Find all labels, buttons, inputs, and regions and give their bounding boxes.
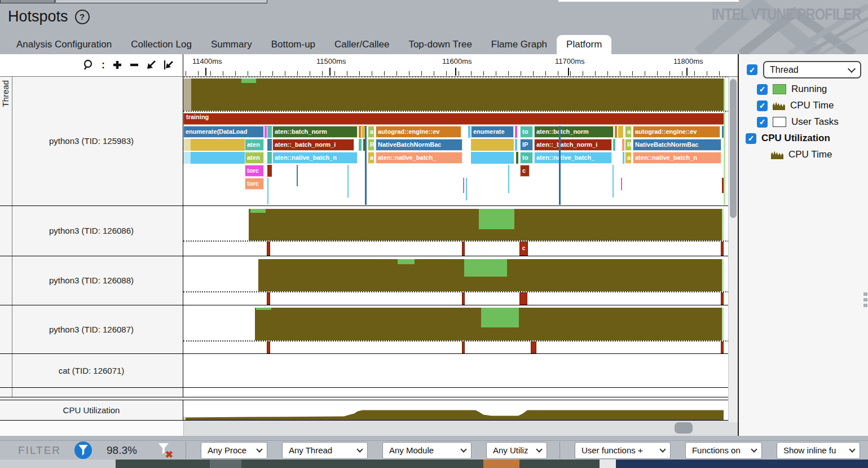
task-chip[interactable] xyxy=(471,139,514,151)
task-chip[interactable]: IP xyxy=(520,139,533,151)
thread-group-checkbox[interactable]: ✓ xyxy=(747,64,757,75)
tab-top-down-tree[interactable]: Top-down Tree xyxy=(399,35,481,54)
task-chip[interactable]: to xyxy=(520,152,533,164)
task-chip[interactable] xyxy=(516,152,518,164)
task-chip[interactable] xyxy=(468,126,470,138)
dropdown-show-inline-fu[interactable]: Show inline fu xyxy=(777,442,860,459)
tab-collection-log[interactable]: Collection Log xyxy=(121,35,201,54)
tab-analysis-configuration[interactable]: Analysis Configuration xyxy=(7,35,121,54)
task-chip[interactable]: to xyxy=(520,126,533,138)
tab-platform[interactable]: Platform xyxy=(557,35,611,54)
dropdown-functions-on[interactable]: Functions on xyxy=(685,442,762,459)
thread-126087-timeline[interactable] xyxy=(183,305,738,353)
spacer-row-timeline[interactable] xyxy=(183,388,738,397)
task-marker[interactable] xyxy=(462,292,465,305)
zoom-out-icon[interactable] xyxy=(129,59,140,71)
task-chip[interactable] xyxy=(359,139,362,151)
user-tasks-checkbox[interactable]: ✓ xyxy=(757,117,768,128)
task-marker[interactable] xyxy=(267,292,270,305)
task-chip[interactable]: enumerate(DataLoad xyxy=(183,126,264,138)
running-checkbox[interactable]: ✓ xyxy=(757,84,768,95)
task-chip[interactable] xyxy=(615,126,617,138)
task-chip[interactable]: R xyxy=(625,139,632,151)
thread-126088-timeline[interactable] xyxy=(183,256,738,305)
task-chip[interactable] xyxy=(359,126,361,138)
task-chip[interactable] xyxy=(183,152,191,164)
task-chip[interactable]: aten xyxy=(245,139,264,151)
task-chip[interactable]: aten::_batch_norm_i xyxy=(272,139,354,151)
task-marker[interactable] xyxy=(462,342,465,353)
task-chip[interactable]: aten::batch_norm xyxy=(272,126,358,138)
vertical-scrollbar-track[interactable] xyxy=(728,77,738,422)
task-marker[interactable] xyxy=(721,292,724,305)
dropdown-any-proce[interactable]: Any Proce xyxy=(201,442,267,459)
task-chip[interactable] xyxy=(515,139,517,151)
horizontal-scrollbar-thumb[interactable] xyxy=(675,422,693,434)
task-chip[interactable] xyxy=(622,139,624,151)
task-chip[interactable] xyxy=(471,152,514,164)
panel-resize-grip[interactable] xyxy=(863,292,867,307)
task-chip[interactable] xyxy=(267,165,272,177)
zoom-in-icon[interactable] xyxy=(112,59,123,71)
task-chip[interactable]: enumerate xyxy=(471,126,514,138)
filter-icon[interactable] xyxy=(74,441,92,459)
task-chip[interactable]: a xyxy=(625,126,632,138)
thread-126086-timeline[interactable]: c xyxy=(183,206,738,256)
task-chip[interactable] xyxy=(183,139,191,151)
task-chip[interactable] xyxy=(191,139,245,151)
task-chip[interactable] xyxy=(267,152,272,164)
help-icon[interactable]: ? xyxy=(75,10,90,24)
dropdown-any-module[interactable]: Any Module xyxy=(382,442,472,459)
tab-summary[interactable]: Summary xyxy=(201,35,262,54)
task-chip[interactable] xyxy=(191,152,245,164)
task-marker[interactable]: c xyxy=(519,242,528,256)
cpu-utilization-chart[interactable] xyxy=(183,400,738,421)
cpu-time-checkbox[interactable]: ✓ xyxy=(757,100,768,111)
task-marker[interactable] xyxy=(531,342,536,353)
magnifier-icon[interactable] xyxy=(82,59,95,71)
task-chip[interactable] xyxy=(515,126,517,138)
task-chip[interactable]: autograd::engine::ev xyxy=(633,126,720,138)
task-chip[interactable]: aten::batch_norm xyxy=(534,126,614,138)
task-chip[interactable]: NativeBatchNormBac xyxy=(633,139,721,151)
task-chip[interactable]: a xyxy=(368,152,374,164)
tab-bottom-up[interactable]: Bottom-up xyxy=(262,35,325,54)
task-chip[interactable]: torc xyxy=(245,178,264,190)
task-chip[interactable]: torc xyxy=(245,165,264,177)
undo-zoom-icon[interactable] xyxy=(162,59,174,71)
thread-125983-timeline[interactable]: trainingenumerate(DataLoadaten::batch_no… xyxy=(183,77,738,205)
task-marker[interactable] xyxy=(721,342,724,353)
task-marker[interactable] xyxy=(721,242,724,256)
task-chip[interactable]: aten::native_batch_n xyxy=(272,152,358,164)
dropdown-user-functions[interactable]: User functions + xyxy=(575,442,671,459)
tab-flame-graph[interactable]: Flame Graph xyxy=(482,35,557,54)
task-chip[interactable]: a xyxy=(368,126,374,138)
dropdown-any-utiliz[interactable]: Any Utiliz xyxy=(486,442,547,459)
task-chip[interactable]: R xyxy=(368,139,374,151)
task-chip[interactable]: c xyxy=(520,165,530,177)
vertical-scrollbar-thumb[interactable] xyxy=(730,79,737,218)
zoom-to-selection-icon[interactable] xyxy=(146,59,157,71)
task-chip[interactable] xyxy=(267,126,272,138)
dropdown-any-thread[interactable]: Any Thread xyxy=(282,442,368,459)
task-chip[interactable]: a xyxy=(625,152,632,164)
task-chip[interactable] xyxy=(623,152,624,164)
task-chip[interactable]: aten::native_batch_n xyxy=(633,152,721,164)
task-chip[interactable] xyxy=(613,139,615,151)
task-chip[interactable]: aten::_batch_norm_i xyxy=(534,139,612,151)
clear-filter-icon[interactable]: ✖ xyxy=(156,442,173,459)
tab-caller-callee[interactable]: Caller/Callee xyxy=(325,35,399,54)
task-chip[interactable]: aten::native_batch_ xyxy=(534,152,612,164)
task-marker[interactable] xyxy=(267,342,270,353)
task-marker[interactable] xyxy=(519,292,527,305)
task-marker[interactable] xyxy=(462,242,465,256)
task-training-bar[interactable]: training xyxy=(183,113,724,125)
task-marker[interactable] xyxy=(267,242,270,256)
task-chip[interactable]: autograd::engine::ev xyxy=(376,126,461,138)
thread-select[interactable]: Thread xyxy=(763,61,861,78)
task-chip[interactable] xyxy=(267,139,272,151)
task-chip[interactable]: aten::native_batch_ xyxy=(376,152,462,164)
horizontal-scrollbar-track[interactable] xyxy=(184,421,738,436)
task-chip[interactable]: NativeBatchNormBac xyxy=(376,139,462,151)
task-chip[interactable] xyxy=(265,126,267,138)
